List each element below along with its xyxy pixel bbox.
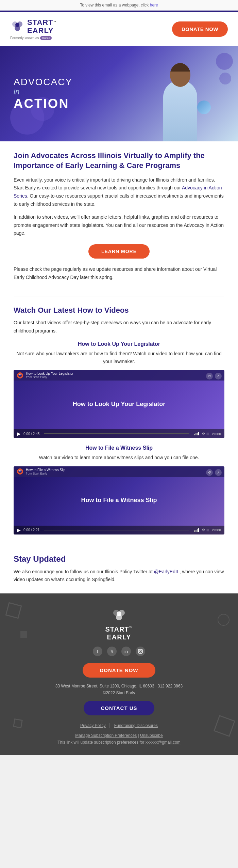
video1-time: 0:00 / 2:45 — [23, 432, 39, 436]
social-twitter-icon[interactable]: 𝕏 — [107, 647, 117, 656]
social-linkedin-icon[interactable]: in — [121, 647, 131, 656]
main-content: Join Advocates Across Illinois Virtually… — [0, 141, 238, 296]
hero-hair — [170, 63, 190, 72]
video2-vimeo-logo: vimeo — [212, 528, 221, 532]
video2-desc: Watch our video to learn more about witn… — [14, 454, 224, 461]
footer-donate-button[interactable]: DONATE NOW — [83, 663, 155, 678]
hero-deco-circle-1 — [216, 53, 233, 70]
footer: START™ EARLY f 𝕏 in DONATE NOW 33 West M… — [0, 593, 238, 755]
footer-update-text: This link will update subscription prefe… — [57, 740, 146, 745]
video2-title: How to File a Witness Slip — [14, 445, 224, 451]
video1-player[interactable]: How to Look Up Your Legislator from Star… — [14, 370, 224, 438]
video2-player[interactable]: How to File a Witness Slip from Start Ea… — [14, 466, 224, 534]
footer-update: This link will update subscription prefe… — [10, 740, 228, 745]
logo-icon — [10, 19, 24, 34]
top-bar: To view this email as a webpage, click h… — [0, 0, 238, 11]
video2-inner: How to File a Witness Slip — [14, 466, 224, 534]
hero-text-block: ADVOCACY in ACTION — [14, 77, 72, 111]
video2-signal-icon — [194, 528, 199, 532]
formerly-badge: Ounce — [40, 36, 52, 40]
video2-label: How to File a Witness Slip — [81, 497, 157, 504]
videos-section: Watch Our Latest How to Videos Our lates… — [0, 296, 238, 551]
twitter-handle-link[interactable]: @EarlyEdIL — [154, 569, 180, 574]
stay-heading: Stay Updated — [14, 554, 224, 564]
video1-inner: How to Look Up Your Legislator — [14, 370, 224, 438]
learn-more-button[interactable]: LEARN MORE — [88, 244, 150, 259]
intro-paragraph-1: Even virtually, your voice is critically… — [14, 176, 224, 208]
footer-deco-2 — [13, 718, 23, 728]
hero-head — [170, 63, 190, 87]
footer-donate-wrapper: DONATE NOW — [10, 663, 228, 684]
footer-logo-area: START™ EARLY — [10, 607, 228, 641]
footer-logo-icon — [111, 607, 128, 624]
main-heading: Join Advocates Across Illinois Virtually… — [14, 151, 224, 170]
footer-social: f 𝕏 in — [10, 647, 228, 656]
video1-settings-icons[interactable]: ⚙ ⊞ — [202, 432, 209, 436]
video1-title: How to Look Up Your Legislator — [14, 341, 224, 347]
video2-time: 0:00 / 2:21 — [23, 528, 39, 532]
footer-links: Privacy Policy | Fundraising Disclosures — [10, 722, 228, 728]
video1-desc: Not sure who your lawmakers are or how t… — [14, 350, 224, 365]
footer-deco-5 — [20, 631, 27, 638]
video2-play-icon[interactable]: ▶ — [17, 527, 21, 533]
hero-deco-circle-2 — [219, 73, 231, 84]
logo-early: EARLY — [27, 27, 56, 35]
video2-progress-bar[interactable] — [44, 530, 189, 530]
video1-progress-bar[interactable] — [44, 433, 189, 434]
logo-text-block: START™ EARLY — [27, 18, 56, 35]
footer-address: 33 West Monroe Street, Suite 1200, Chica… — [10, 684, 228, 688]
hero-ball — [197, 100, 211, 114]
footer-logo-text: START™ EARLY — [10, 625, 228, 641]
video1-signal-icon — [194, 432, 199, 435]
header-donate-button[interactable]: DONATE NOW — [172, 21, 228, 37]
contact-button[interactable]: CONTACT US — [84, 701, 154, 715]
formerly-known: Formerly known as Ounce — [10, 36, 56, 40]
video1-vimeo-logo: vimeo — [212, 432, 221, 436]
footer-logo-early: EARLY — [107, 633, 131, 641]
footer-deco-3 — [218, 614, 230, 626]
top-bar-link[interactable]: here — [150, 3, 158, 7]
stay-updated-section: Stay Updated We also encourage you to fo… — [0, 551, 238, 594]
intro-p1-end: . Our easy-to-use resources support cruc… — [14, 193, 224, 207]
social-facebook-icon[interactable]: f — [93, 647, 102, 656]
hero-action: ACTION — [14, 96, 72, 111]
video2-bottom-bar: ▶ 0:00 / 2:21 ⚙ ⊞ vimeo — [14, 526, 224, 534]
svg-rect-14 — [138, 649, 142, 653]
unsubscribe-link[interactable]: Unsubscribe — [140, 733, 163, 738]
footer-update-email[interactable]: xxxxxx@gmail.com — [146, 740, 181, 745]
fundraising-disclosures-link[interactable]: Fundraising Disclosures — [114, 723, 158, 728]
hero-in: in — [14, 88, 72, 96]
hero-child-area — [150, 60, 211, 141]
footer-manage: Manage Subscription Preferences | Unsubs… — [10, 733, 228, 738]
video1-bottom-bar: ▶ 0:00 / 2:45 ⚙ ⊞ vimeo — [14, 429, 224, 438]
footer-logo-start: START — [105, 625, 129, 633]
manage-subscription-link[interactable]: Manage Subscription Preferences — [75, 733, 137, 738]
stay-text: We also encourage you to follow us on ou… — [14, 568, 224, 584]
intro-paragraph-2: In addition to short videos, we'll offer… — [14, 213, 224, 237]
email-wrapper: To view this email as a webpage, click h… — [0, 0, 238, 755]
hero-body — [163, 80, 197, 141]
logo-start: START — [27, 18, 53, 27]
stay-text-before: We also encourage you to follow us on ou… — [14, 569, 154, 574]
logo-area: START™ EARLY Formerly known as Ounce — [10, 18, 56, 40]
top-bar-text: To view this email as a webpage, click — [80, 3, 150, 7]
footer-contact-wrapper: CONTACT US — [10, 701, 228, 722]
svg-point-16 — [141, 650, 142, 651]
video1-play-icon[interactable]: ▶ — [17, 431, 21, 436]
video2-settings-icons[interactable]: ⚙ ⊞ — [202, 528, 209, 532]
video1-label: How to Look Up Your Legislator — [73, 401, 165, 408]
footer-links-divider: | — [109, 722, 111, 728]
hero-deco-circles — [216, 53, 233, 84]
social-instagram-icon[interactable] — [136, 647, 145, 656]
logo-start-line: START™ — [27, 18, 56, 27]
footer-logo-tm: ™ — [129, 626, 133, 630]
check-text: Please check the page regularly as we up… — [14, 265, 224, 282]
videos-desc: Our latest short videos offer step-by-st… — [14, 319, 224, 335]
privacy-policy-link[interactable]: Privacy Policy — [80, 723, 106, 728]
svg-point-15 — [139, 650, 141, 652]
hero-image: ADVOCACY in ACTION — [0, 46, 238, 141]
hero-advocacy: ADVOCACY — [14, 77, 72, 88]
logo-main: START™ EARLY — [10, 18, 56, 35]
footer-copyright: ©2022 Start Early — [10, 691, 228, 695]
logo-tm: ™ — [53, 20, 56, 24]
